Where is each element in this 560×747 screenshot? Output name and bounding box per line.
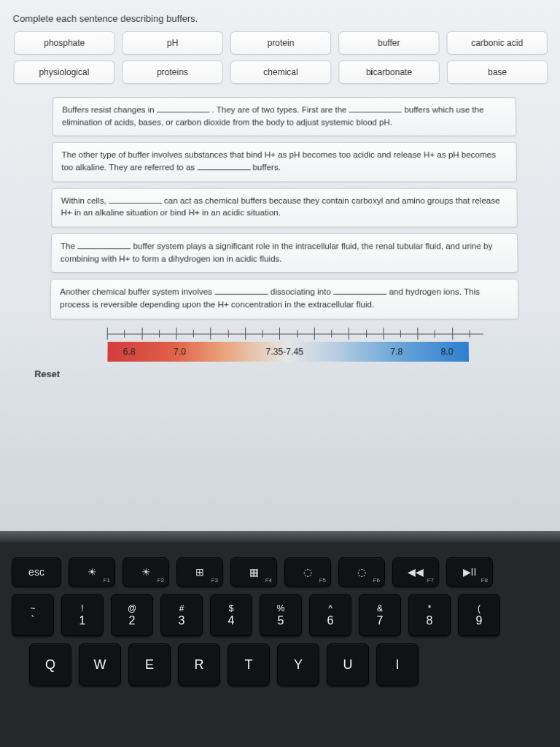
key-letter: I <box>376 643 419 686</box>
stmt-text: buffers. <box>250 163 281 171</box>
key-esc: esc <box>12 557 61 587</box>
word-chip[interactable]: proteins <box>122 61 223 84</box>
drop-blank[interactable] <box>157 104 209 112</box>
key-fn: ▶IIF8 <box>446 557 493 587</box>
key-number: (9 <box>458 594 500 636</box>
keyboard-num-row: ~`!1@2#3$4%5^6&7*8(9 <box>7 594 553 636</box>
word-chip[interactable]: physiological <box>13 61 114 84</box>
key-number: ~` <box>12 594 54 636</box>
key-number: &7 <box>359 594 401 636</box>
ph-label: 6.8 <box>123 347 136 357</box>
statement-3: Within cells, can act as chemical buffer… <box>51 187 518 227</box>
keyboard-letter-row: QWERTYUI <box>7 643 553 686</box>
stmt-text: Within cells, <box>61 196 109 205</box>
ph-scale: 6.8 7.0 7.35-7.45 7.8 8.0 <box>87 325 490 362</box>
key-letter: Y <box>277 643 319 686</box>
ph-ticks <box>87 325 489 342</box>
word-chip[interactable]: base <box>447 61 548 84</box>
reset-button[interactable]: Reset <box>34 369 557 380</box>
statement-5: Another chemical buffer system involves … <box>50 279 519 320</box>
key-fn: ◀◀F7 <box>392 557 439 587</box>
ph-label: 7.8 <box>390 347 402 357</box>
stmt-text: . They are of two types. First are the <box>209 105 349 114</box>
ph-label: 8.0 <box>441 347 454 357</box>
key-fn: ◌F5 <box>284 557 331 587</box>
word-chip[interactable]: phosphate <box>14 31 115 55</box>
word-chip[interactable]: buffer <box>338 31 440 55</box>
key-letter: T <box>228 643 270 686</box>
key-letter: E <box>128 643 171 686</box>
key-letter: U <box>327 643 369 686</box>
ph-bar: 6.8 7.0 7.35-7.45 7.8 8.0 <box>107 342 469 362</box>
word-chip[interactable]: bicarbonate <box>338 61 440 84</box>
key-number: ^6 <box>309 594 351 636</box>
drop-blank[interactable] <box>333 287 386 295</box>
stmt-text: The <box>61 241 77 250</box>
drop-blank[interactable] <box>77 241 131 249</box>
word-bank: phosphate pH protein buffer carbonic aci… <box>9 31 552 84</box>
ph-label: 7.0 <box>174 347 186 357</box>
statement-2: The other type of buffer involves substa… <box>52 142 517 182</box>
statements-area: Buffers resist changes in . They are of … <box>5 97 557 361</box>
word-chip[interactable]: protein <box>230 31 331 55</box>
key-number: *8 <box>408 594 451 636</box>
key-fn: ☀F2 <box>122 557 169 587</box>
instruction-text: Complete each sentence describing buffer… <box>10 13 552 24</box>
key-number: @2 <box>111 594 153 636</box>
physical-keyboard: esc☀F1☀F2⊞F3▦F4◌F5◌F6◀◀F7▶IIF8 ~`!1@2#3$… <box>0 543 560 747</box>
statement-4: The buffer system plays a significant ro… <box>50 233 518 274</box>
stmt-text: Another chemical buffer system involves <box>60 287 214 296</box>
key-letter: W <box>79 643 121 686</box>
stmt-text: Buffers resist changes in <box>62 105 157 114</box>
drop-blank[interactable] <box>214 287 268 295</box>
key-number: $4 <box>210 594 252 636</box>
key-letter: R <box>178 643 220 686</box>
key-number: !1 <box>61 594 104 636</box>
drop-blank[interactable] <box>197 162 250 170</box>
statement-1: Buffers resist changes in . They are of … <box>52 97 517 136</box>
key-letter: Q <box>29 643 71 686</box>
key-number: #3 <box>160 594 203 636</box>
drop-blank[interactable] <box>109 196 162 204</box>
word-chip[interactable]: chemical <box>230 61 332 84</box>
key-number: %5 <box>260 594 302 636</box>
word-chip[interactable]: pH <box>122 31 223 55</box>
key-fn: ☀F1 <box>69 557 115 587</box>
keyboard-fn-row: esc☀F1☀F2⊞F3▦F4◌F5◌F6◀◀F7▶IIF8 <box>7 557 553 587</box>
key-fn: ⊞F3 <box>176 557 223 587</box>
key-fn: ◌F6 <box>338 557 385 587</box>
quiz-screen: Complete each sentence describing buffer… <box>0 0 560 531</box>
ph-label: 7.35-7.45 <box>265 347 303 357</box>
drop-blank[interactable] <box>349 104 402 112</box>
stmt-text: dissociating into <box>268 287 334 296</box>
key-fn: ▦F4 <box>230 557 277 587</box>
word-chip[interactable]: carbonic acid <box>446 31 548 55</box>
